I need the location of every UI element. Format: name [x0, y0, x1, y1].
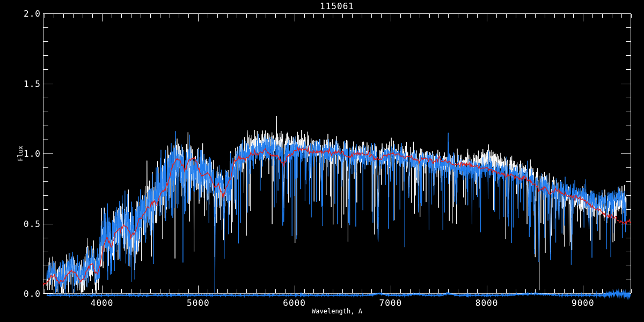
x-tick-label: 7000: [379, 298, 402, 308]
x-tick-label: 9000: [572, 298, 595, 308]
y-tick-label: 1.5: [0, 78, 41, 89]
x-axis-label: Wavelength, A: [43, 308, 631, 315]
y-tick-label: 2.0: [0, 9, 41, 19]
x-tick-label: 8000: [475, 298, 499, 308]
y-tick-label: 1.0: [0, 149, 41, 159]
x-tick-label: 6000: [283, 298, 306, 308]
x-tick-label: 4000: [91, 298, 114, 308]
spectrum-plot-canvas: [0, 0, 644, 322]
y-tick-label: 0.5: [0, 218, 41, 229]
spectrum-figure: 115061 Wavelength, A Flux 40005000600070…: [0, 0, 644, 322]
x-tick-label: 5000: [187, 298, 210, 308]
chart-title: 115061: [43, 1, 631, 11]
y-tick-label: 0.0: [0, 289, 41, 299]
